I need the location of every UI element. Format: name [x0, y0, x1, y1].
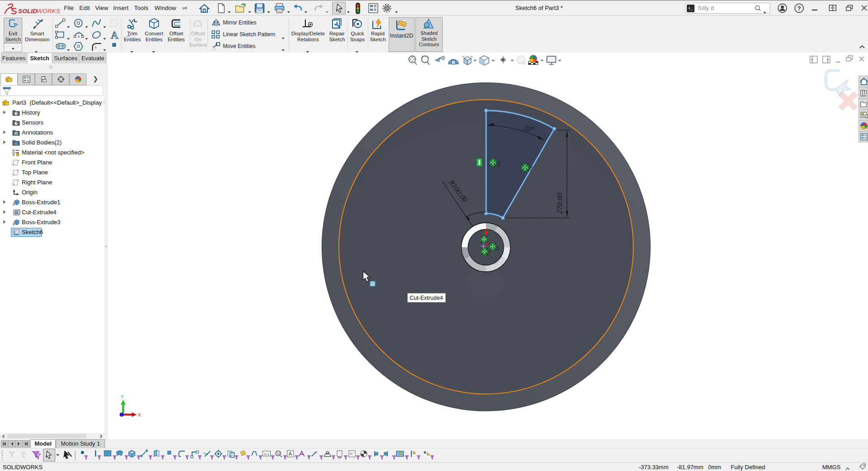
svg-text:270.00: 270.00	[555, 192, 564, 214]
svg-text:7: 7	[530, 166, 533, 173]
svg-text:A: A	[111, 29, 119, 40]
svg-text:X: X	[138, 412, 141, 418]
svg-text:WORKS: WORKS	[37, 8, 60, 14]
svg-text:A': A'	[350, 452, 353, 456]
svg-text:5: 5	[497, 245, 499, 251]
svg-text:SOLID: SOLID	[18, 8, 37, 14]
svg-text:?: ?	[797, 5, 801, 12]
svg-text:0.1: 0.1	[264, 452, 270, 456]
svg-text:Cut-Extrude4: Cut-Extrude4	[410, 295, 443, 301]
svg-text:5: 5	[497, 161, 501, 168]
svg-text:N: N	[277, 452, 280, 456]
svg-text:Y: Y	[121, 394, 125, 399]
svg-text:7: 7	[488, 250, 492, 256]
svg-text:A: A	[289, 451, 292, 457]
svg-text:A: A	[15, 132, 18, 136]
